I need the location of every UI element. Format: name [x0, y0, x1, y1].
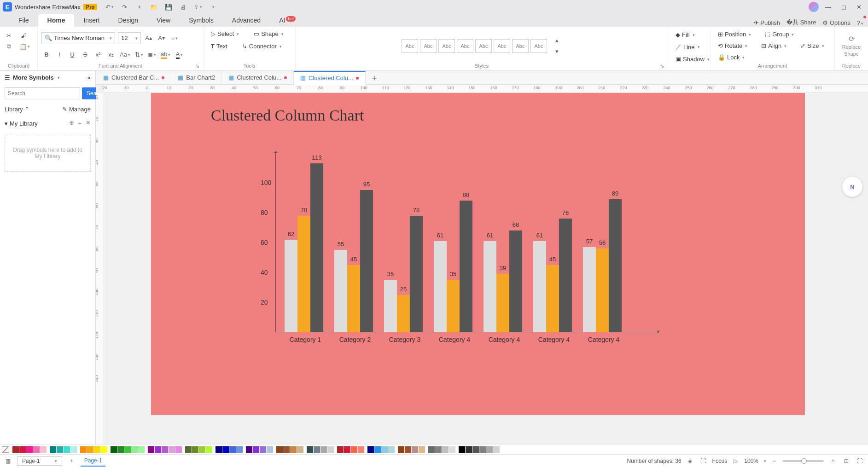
color-swatch[interactable]: [486, 446, 493, 453]
style-swatch-6[interactable]: Abc: [512, 39, 529, 53]
bar[interactable]: 68: [509, 231, 522, 332]
focus-label[interactable]: Focus: [712, 458, 728, 464]
color-swatch[interactable]: [374, 446, 381, 453]
save-button[interactable]: 💾: [163, 2, 174, 12]
bullets-button[interactable]: ≣▾: [147, 50, 157, 60]
bar[interactable]: 45: [546, 265, 559, 332]
color-swatch[interactable]: [199, 446, 205, 453]
mylib-plus-icon[interactable]: ＋: [77, 119, 83, 127]
bar[interactable]: 61: [533, 241, 546, 332]
italic-button[interactable]: I: [54, 50, 64, 60]
presentation-icon[interactable]: ▷: [732, 458, 740, 464]
size-dropdown[interactable]: ⤢ Size▾: [797, 40, 827, 51]
color-swatch[interactable]: [40, 446, 47, 453]
shape-tool[interactable]: ▭ Shape▾: [250, 29, 287, 39]
style-swatch-2[interactable]: Abc: [438, 39, 455, 53]
color-swatch[interactable]: [500, 446, 507, 453]
color-swatch[interactable]: [33, 446, 40, 453]
no-fill-swatch[interactable]: [2, 446, 9, 453]
text-tool[interactable]: T Text: [207, 41, 231, 52]
doc-tab-2[interactable]: ▦Clustered Colu...: [222, 71, 294, 85]
close-button[interactable]: ✕: [853, 4, 865, 11]
color-swatch[interactable]: [479, 446, 486, 453]
layers-icon[interactable]: ◈: [686, 458, 694, 464]
line-dropdown[interactable]: ／ Line▾: [672, 41, 704, 53]
doc-tab-1[interactable]: ▦Bar Chart2: [171, 71, 222, 85]
bar[interactable]: 78: [297, 216, 310, 333]
bar[interactable]: 61: [434, 241, 447, 332]
lock-dropdown[interactable]: 🔒 Lock▾: [714, 52, 748, 63]
publish-button[interactable]: ✈ Publish: [754, 19, 780, 26]
new-button[interactable]: ＋: [134, 2, 144, 12]
canvas[interactable]: -20-100102030405060708090100110120130140…: [96, 85, 868, 444]
add-doc-tab[interactable]: ＋: [366, 72, 383, 83]
style-swatch-7[interactable]: Abc: [530, 39, 547, 53]
menu-tab-design[interactable]: Design: [109, 14, 147, 27]
bar[interactable]: 88: [460, 201, 472, 332]
connector-tool[interactable]: ↳ Connector▾: [239, 41, 285, 52]
help-button[interactable]: ?▾: [857, 19, 863, 26]
style-swatch-5[interactable]: Abc: [494, 39, 510, 53]
font-size-select[interactable]: 12▾: [118, 32, 141, 44]
font-family-select[interactable]: 🔍 Times New Roman▾: [41, 32, 115, 44]
redo-button[interactable]: ↷: [119, 2, 129, 12]
bar[interactable]: 62: [285, 240, 297, 333]
mylib-drop-zone[interactable]: Drag symbols here to add to My Library: [5, 135, 91, 172]
color-swatch[interactable]: [267, 446, 273, 453]
color-swatch[interactable]: [412, 446, 418, 453]
color-swatch[interactable]: [283, 446, 290, 453]
bar[interactable]: 76: [559, 219, 572, 332]
color-swatch[interactable]: [466, 446, 472, 453]
color-swatch[interactable]: [276, 446, 283, 453]
color-swatch[interactable]: [222, 446, 229, 453]
bold-button[interactable]: B: [41, 50, 52, 60]
color-swatch[interactable]: [64, 446, 70, 453]
color-swatch[interactable]: [320, 446, 327, 453]
color-swatch[interactable]: [314, 446, 320, 453]
print-button[interactable]: 🖨: [178, 2, 188, 12]
color-swatch[interactable]: [388, 446, 395, 453]
color-swatch[interactable]: [405, 446, 411, 453]
undo-button[interactable]: ↶▾: [105, 2, 115, 12]
color-swatch[interactable]: [162, 446, 168, 453]
color-swatch[interactable]: [327, 446, 334, 453]
menu-tab-ai[interactable]: AIhot: [270, 14, 305, 27]
bar[interactable]: 89: [609, 199, 622, 332]
bar[interactable]: 95: [360, 190, 373, 332]
copy-button[interactable]: ⧉: [4, 41, 14, 52]
increase-font-button[interactable]: A▴: [144, 33, 154, 43]
position-dropdown[interactable]: ⊞ Position▾: [714, 29, 755, 40]
library-toggle[interactable]: Library ⌃: [5, 106, 29, 113]
manage-button[interactable]: ✎ Manage: [62, 106, 91, 113]
color-swatch[interactable]: [26, 446, 33, 453]
color-swatch[interactable]: [87, 446, 93, 453]
bar[interactable]: 39: [496, 274, 509, 332]
menu-tab-home[interactable]: Home: [38, 14, 75, 27]
bar[interactable]: 61: [484, 241, 496, 332]
select-tool[interactable]: ▷ Select▾: [207, 29, 243, 39]
superscript-button[interactable]: x²: [93, 50, 103, 60]
style-swatch-1[interactable]: Abc: [420, 39, 437, 53]
color-swatch[interactable]: [381, 446, 388, 453]
color-swatch[interactable]: [50, 446, 56, 453]
bar[interactable]: 25: [397, 295, 410, 332]
color-swatch[interactable]: [148, 446, 154, 453]
zoom-in-button[interactable]: ＋: [828, 457, 838, 465]
menu-tab-advanced[interactable]: Advanced: [223, 14, 270, 27]
bar[interactable]: 35: [447, 280, 460, 332]
style-swatch-0[interactable]: Abc: [402, 39, 418, 53]
color-swatch[interactable]: [449, 446, 455, 453]
highlight-button[interactable]: ab▾: [160, 50, 171, 60]
chart[interactable]: Clustered Column Chart 20406080100 62781…: [206, 102, 694, 424]
color-swatch[interactable]: [260, 446, 266, 453]
maximize-button[interactable]: ◻: [838, 4, 850, 11]
color-swatch[interactable]: [253, 446, 259, 453]
align-dropdown2[interactable]: ⊟ Align▾: [757, 40, 790, 51]
collapse-panel-button[interactable]: «: [87, 74, 91, 81]
fullscreen-icon[interactable]: ⛶: [855, 458, 864, 464]
color-swatch[interactable]: [169, 446, 175, 453]
menu-tab-insert[interactable]: Insert: [74, 14, 109, 27]
color-swatch[interactable]: [442, 446, 449, 453]
font-color-button[interactable]: A▾: [174, 50, 184, 60]
group-dropdown[interactable]: ⬚ Group▾: [761, 29, 798, 40]
